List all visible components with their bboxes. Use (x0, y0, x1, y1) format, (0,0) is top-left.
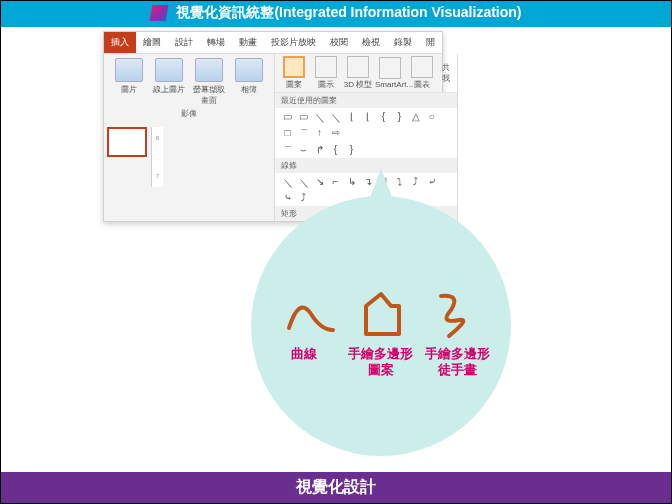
shape-glyph[interactable]: { (377, 110, 390, 123)
btn-圖案[interactable]: 圖案 (279, 56, 309, 90)
tab-校閱[interactable]: 校閱 (323, 32, 355, 53)
image-icon (235, 58, 263, 82)
tab-檢視[interactable]: 檢視 (355, 32, 387, 53)
slide-thumbnails (107, 127, 149, 157)
shape-glyph[interactable]: ＼ (329, 110, 342, 123)
shape-glyph[interactable]: ↱ (313, 143, 326, 156)
droplet-callout: 曲線 手繪多邊形圖案 手繪多邊形徒手畫 (236, 176, 526, 466)
group-images-label: 影像 (110, 108, 268, 119)
ribbon-tabs: 插入繪圖設計轉場動畫投影片放映校閱檢視錄製開 (104, 32, 442, 54)
tab-插入[interactable]: 插入 (104, 32, 136, 53)
btn-螢幕擷取畫面[interactable]: 螢幕擷取畫面 (190, 58, 228, 106)
shape-icon (283, 56, 305, 78)
shape-glyph[interactable]: } (345, 143, 358, 156)
footer-title: 視覺化設計 (296, 478, 376, 495)
btn-線上圖片[interactable]: 線上圖片 (150, 58, 188, 106)
shape-glyph[interactable]: ⌒ (297, 126, 310, 139)
label-scribble: 手繪多邊形徒手畫 (420, 346, 496, 377)
sketch-curve (281, 286, 341, 341)
image-icon (195, 58, 223, 82)
shape-glyph[interactable]: □ (281, 126, 294, 139)
sketch-row (276, 286, 486, 341)
btn-more[interactable]: 共 我 (439, 62, 453, 84)
shape-glyph[interactable]: ⇨ (329, 126, 342, 139)
shape-glyph[interactable]: △ (409, 110, 422, 123)
btn-SmartArt...[interactable]: SmartArt... (375, 57, 405, 89)
sketch-freeform (351, 286, 411, 341)
tab-繪圖[interactable]: 繪圖 (136, 32, 168, 53)
tab-錄製[interactable]: 錄製 (387, 32, 419, 53)
section-recent: 最近使用的圖案 (275, 93, 457, 108)
shape-glyph[interactable]: ▭ (281, 110, 294, 123)
shape-glyph[interactable]: ⌣ (297, 143, 310, 156)
btn-相簿[interactable]: 相簿 (230, 58, 268, 106)
shape-glyph[interactable]: } (393, 110, 406, 123)
footer-banner: 視覺化設計 (1, 472, 671, 503)
label-freeform: 手繪多邊形圖案 (343, 346, 419, 377)
tab-開[interactable]: 開 (419, 32, 442, 53)
btn-圖片[interactable]: 圖片 (110, 58, 148, 106)
shape-glyph[interactable]: ＼ (313, 110, 326, 123)
btn-3D 模型[interactable]: 3D 模型 (343, 56, 373, 90)
shape-icon (315, 56, 337, 78)
tab-動畫[interactable]: 動畫 (232, 32, 264, 53)
shape-glyph[interactable]: ○ (425, 110, 438, 123)
logo-icon (149, 5, 168, 21)
image-icon (115, 58, 143, 82)
header-banner: 視覺化資訊統整(Integrated Information Visualiza… (1, 1, 671, 27)
shape-glyph[interactable]: ▭ (297, 110, 310, 123)
image-icon (155, 58, 183, 82)
shape-glyph[interactable]: ⌒ (281, 143, 294, 156)
shape-glyph[interactable]: ⌊ (361, 110, 374, 123)
slide-thumbnail[interactable] (107, 127, 147, 157)
btn-圖表[interactable]: 圖表 (407, 56, 437, 90)
shape-glyph[interactable]: ↑ (313, 126, 326, 139)
shape-glyph[interactable]: ⌊ (345, 110, 358, 123)
shape-glyph[interactable]: { (329, 143, 342, 156)
tab-投影片放映[interactable]: 投影片放映 (264, 32, 323, 53)
shape-icon (347, 56, 369, 78)
tab-設計[interactable]: 設計 (168, 32, 200, 53)
tab-轉場[interactable]: 轉場 (200, 32, 232, 53)
sketch-scribble (421, 286, 481, 341)
vertical-ruler: 87 (151, 127, 163, 187)
btn-圖示[interactable]: 圖示 (311, 56, 341, 90)
sketch-labels: 曲線 手繪多邊形圖案 手繪多邊形徒手畫 (266, 346, 496, 377)
header-title: 視覺化資訊統整(Integrated Information Visualiza… (176, 4, 521, 20)
label-curve: 曲線 (266, 346, 342, 377)
shape-icon (379, 57, 401, 79)
shape-icon (411, 56, 433, 78)
